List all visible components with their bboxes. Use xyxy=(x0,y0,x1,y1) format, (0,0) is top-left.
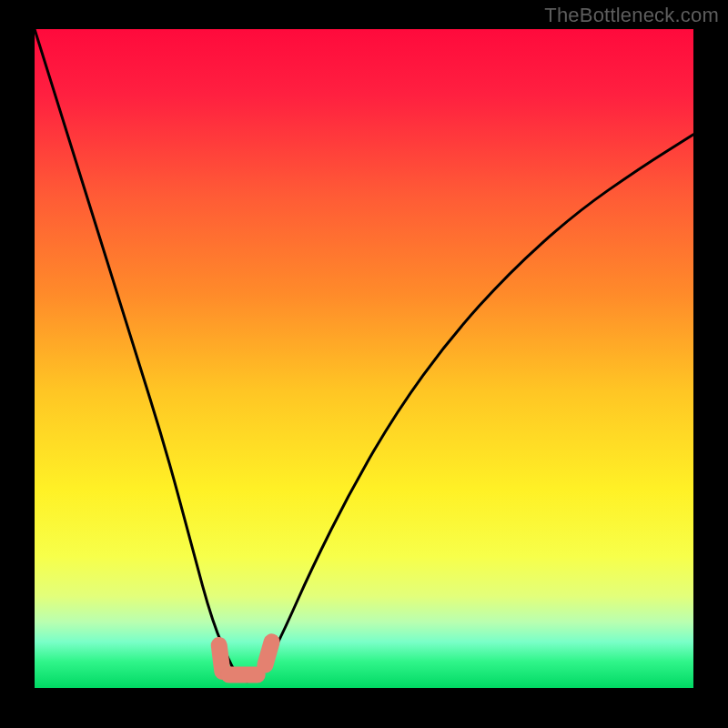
marker-segment xyxy=(265,642,271,664)
bottleneck-chart xyxy=(35,29,693,688)
marker-segment xyxy=(219,645,223,672)
chart-background-gradient xyxy=(35,29,693,688)
watermark-text: TheBottleneck.com xyxy=(544,4,719,27)
chart-frame: TheBottleneck.com xyxy=(0,0,728,728)
